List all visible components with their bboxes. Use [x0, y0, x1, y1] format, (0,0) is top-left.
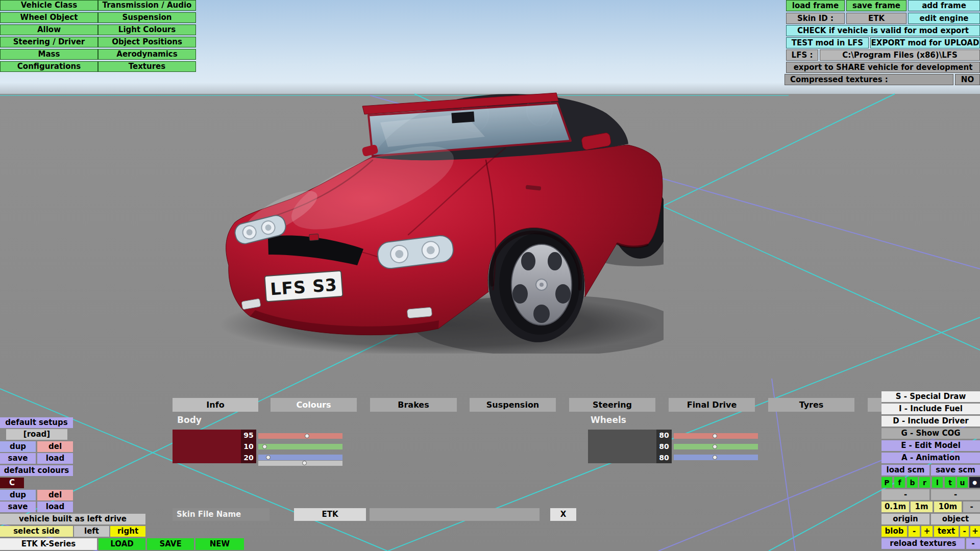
show-cog-toggle[interactable]: G - Show COG: [881, 428, 980, 439]
reload-minus-button[interactable]: -: [966, 538, 980, 549]
letter-u-toggle[interactable]: u: [957, 477, 968, 488]
origin-button[interactable]: origin: [881, 514, 929, 524]
include-fuel-toggle[interactable]: I - Include Fuel: [881, 404, 980, 414]
menu-light-colours[interactable]: Light Colours: [98, 24, 196, 35]
blob-plus-button[interactable]: +: [921, 526, 933, 537]
add-frame-button[interactable]: add frame: [908, 0, 980, 11]
tab-final-drive[interactable]: Final Drive: [669, 398, 755, 412]
tab-suspension[interactable]: Suspension: [470, 398, 556, 412]
letter-p-toggle[interactable]: P: [881, 477, 892, 488]
side-left-button[interactable]: left: [74, 526, 109, 537]
body-extra-slider[interactable]: [258, 461, 342, 466]
compressed-textures-toggle[interactable]: NO: [955, 74, 980, 85]
menu-mass[interactable]: Mass: [0, 49, 98, 60]
animation-button[interactable]: A - Animation: [881, 453, 980, 463]
setup-dup-button[interactable]: dup: [0, 441, 36, 452]
menu-aerodynamics[interactable]: Aerodynamics: [98, 49, 196, 60]
rearview-mirror: [451, 111, 474, 123]
text-plus-button[interactable]: +: [970, 526, 980, 537]
tab-info[interactable]: Info: [173, 398, 258, 412]
skin-clear-button[interactable]: X: [550, 508, 576, 521]
step-1m-button[interactable]: 1m: [911, 502, 933, 512]
body-red-slider[interactable]: [258, 433, 342, 439]
wheels-colour-label: Wheels: [591, 415, 626, 425]
tab-tyres[interactable]: Tyres: [768, 398, 854, 412]
edit-engine-button[interactable]: edit engine: [908, 13, 980, 24]
export-mod-button[interactable]: EXPORT mod for UPLOAD: [870, 37, 980, 48]
wheels-green-slider[interactable]: [674, 444, 758, 449]
menu-object-positions[interactable]: Object Positions: [98, 37, 196, 47]
tab-brakes[interactable]: Brakes: [370, 398, 457, 412]
colour-load-button[interactable]: load: [37, 502, 73, 512]
save-frame-button[interactable]: save frame: [846, 0, 906, 11]
load-vehicle-button[interactable]: LOAD: [99, 538, 145, 550]
side-right-button[interactable]: right: [110, 526, 145, 537]
load-frame-button[interactable]: load frame: [786, 0, 845, 11]
step-01m-button[interactable]: 0.1m: [881, 502, 909, 512]
save-vehicle-button[interactable]: SAVE: [147, 538, 194, 550]
text-button[interactable]: text: [934, 526, 959, 537]
edit-model-button[interactable]: E - Edit Model: [881, 440, 980, 451]
setup-name[interactable]: [road]: [6, 429, 67, 440]
setup-save-button[interactable]: save: [0, 453, 36, 464]
menu-transmission-audio[interactable]: Transmission / Audio: [98, 0, 196, 11]
text-minus-button[interactable]: -: [960, 526, 969, 537]
colour-dup-button[interactable]: dup: [0, 490, 36, 500]
reload-textures-button[interactable]: reload textures: [881, 538, 965, 549]
colour-del-button[interactable]: del: [37, 490, 73, 500]
letter-f-toggle[interactable]: f: [894, 477, 905, 488]
body-colour-swatch[interactable]: 95 10 20: [173, 430, 256, 463]
built-as-left-drive-note: vehicle built as left drive: [0, 514, 145, 524]
body-blue-slider[interactable]: [258, 455, 342, 460]
test-mod-button[interactable]: TEST mod in LFS: [786, 37, 869, 48]
letter-b-toggle[interactable]: b: [907, 477, 918, 488]
wheels-blue-slider[interactable]: [674, 455, 758, 460]
colour-slot-swatch[interactable]: C: [0, 478, 24, 488]
letter-l-toggle[interactable]: l: [932, 477, 943, 488]
blob-button[interactable]: blob: [881, 526, 907, 537]
special-draw-toggle[interactable]: S - Special Draw: [881, 391, 980, 402]
dash-button-right[interactable]: -: [931, 489, 980, 500]
object-button[interactable]: object: [931, 514, 980, 524]
export-share-button[interactable]: export to SHARE vehicle for development: [786, 62, 980, 73]
compressed-textures-label: Compressed textures :: [785, 74, 953, 85]
menu-steering-driver[interactable]: Steering / Driver: [0, 37, 98, 47]
step-minus-button[interactable]: -: [963, 502, 980, 512]
wheels-red-slider[interactable]: [674, 433, 758, 439]
default-colours-button[interactable]: default colours: [0, 465, 73, 476]
dot-toggle[interactable]: ●: [969, 477, 980, 488]
menu-configurations[interactable]: Configurations: [0, 61, 98, 72]
setup-del-button[interactable]: del: [37, 441, 73, 452]
menu-vehicle-class[interactable]: Vehicle Class: [0, 0, 98, 11]
letter-r-toggle[interactable]: r: [919, 477, 930, 488]
tab-colours[interactable]: Colours: [271, 398, 357, 412]
colour-save-button[interactable]: save: [0, 502, 36, 512]
lfs-vehicle-editor: LFS S3 Vehicle Class Transmission / Audi…: [0, 0, 980, 551]
vehicle-name[interactable]: ETK K-Series: [0, 538, 97, 550]
skin-id-value[interactable]: ETK: [846, 13, 906, 24]
default-setups-button[interactable]: default setups: [0, 417, 73, 428]
lfs-path[interactable]: C:\Program Files (x86)\LFS: [820, 49, 980, 61]
menu-wheel-object[interactable]: Wheel Object: [0, 12, 98, 23]
save-scm-button[interactable]: save scm: [931, 465, 980, 475]
skin-file-value[interactable]: ETK: [294, 508, 366, 521]
blob-minus-button[interactable]: -: [909, 526, 920, 537]
check-mod-button[interactable]: CHECK if vehicle is valid for mod export: [786, 25, 980, 36]
wheels-colour-swatch[interactable]: 80 80 80: [588, 430, 672, 463]
menu-textures[interactable]: Textures: [98, 61, 196, 72]
menu-allow[interactable]: Allow: [0, 24, 98, 35]
new-vehicle-button[interactable]: NEW: [195, 538, 244, 550]
menu-suspension[interactable]: Suspension: [98, 12, 196, 23]
skin-file-input[interactable]: [370, 508, 540, 521]
setup-load-button[interactable]: load: [37, 453, 73, 464]
tab-steering[interactable]: Steering: [569, 398, 655, 412]
step-10m-button[interactable]: 10m: [934, 502, 962, 512]
select-side-button[interactable]: select side: [0, 526, 73, 537]
body-green-slider[interactable]: [258, 444, 342, 449]
tab-partial[interactable]: [868, 398, 881, 412]
include-driver-toggle[interactable]: D - Include Driver: [881, 416, 980, 427]
dash-button-left[interactable]: -: [881, 489, 929, 500]
load-scm-button[interactable]: load scm: [881, 465, 929, 475]
letter-t-toggle[interactable]: t: [945, 477, 955, 488]
editor-menu: Vehicle Class Transmission / Audio Wheel…: [0, 0, 196, 73]
